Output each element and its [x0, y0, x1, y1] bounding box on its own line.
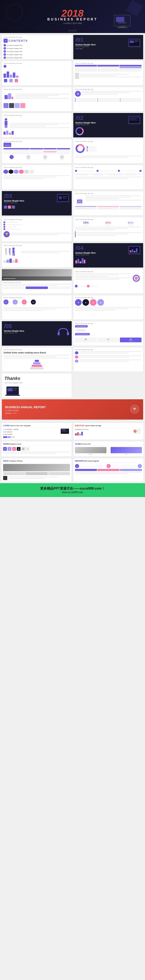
slide-12: Click to edit Master title style — [73, 165, 143, 189]
slide-6-content: ⚙ — [75, 91, 142, 97]
check-box-3 — [3, 226, 5, 228]
slide-14-text — [85, 196, 142, 205]
slide-16-inner: Click to edit Master title style 78% 65%… — [73, 217, 143, 242]
replace-icon-1: ★ — [3, 447, 7, 451]
contents-icon: ≡ — [3, 39, 8, 43]
svg-point-58 — [135, 277, 138, 280]
slide-26-inner: Click to edit Master title style — [73, 347, 143, 372]
slide-14-inner: Click to edit Master title style — [73, 191, 143, 215]
slide-9-table — [3, 148, 70, 154]
slide-7-label: Click to edit Master title style — [3, 115, 70, 116]
slide-5-3d-blocks — [3, 91, 14, 102]
instruction-how-to-title: 全局替换 How to Use This Template — [3, 425, 70, 428]
svg-rect-3 — [118, 22, 126, 23]
instruction-row-3: 替换照片 Replace Photos — [1, 458, 144, 482]
instruction-picture-fill-title: 填充颜色 Picture Fill — [75, 443, 142, 446]
svg-rect-9 — [134, 40, 139, 41]
slide-24-bubbles — [75, 325, 142, 337]
section-02-laptop — [127, 115, 142, 128]
svg-rect-11 — [127, 46, 141, 47]
slide-21-text — [3, 307, 70, 311]
slide-24: Click to edit Master title style — [73, 321, 143, 346]
check-box-2 — [3, 224, 5, 225]
check-box-4 — [3, 228, 5, 230]
slide-section-02: /02 Section Header Here Section Header H… — [73, 113, 143, 138]
svg-rect-31 — [63, 196, 67, 197]
slide-7-text — [10, 123, 70, 129]
slide-25-label: Click to edit Master title style — [3, 349, 70, 350]
slide-19-inner: Click to edit Master title style — [2, 280, 72, 294]
slide-section-04: /04 Section Header Here Section Header H… — [73, 243, 143, 268]
contents-item-4: 4 04 Section Header Here — [3, 53, 70, 56]
slide-thanks-inner: Thanks And Your Slogan Here — [2, 373, 72, 398]
section-01-laptop — [127, 38, 142, 51]
svg-rect-4 — [119, 26, 125, 27]
slide-24-stats: 01 02 03 — [75, 337, 142, 342]
slide-4-label: Click to edit Master title style — [75, 63, 142, 64]
slide-9-inner: Click to edit Master title style Text he… — [2, 139, 72, 164]
svg-rect-12 — [5, 95, 8, 99]
svg-rect-13 — [8, 93, 11, 99]
headphones-icon — [56, 325, 70, 339]
slide-25-lines — [3, 355, 70, 359]
instruction-steps: ① 点击右键菜单，选择替换 ② 输入替换内容 ③ 确认全局替换 — [3, 429, 60, 438]
slide-20-right-chart — [131, 273, 142, 284]
svg-rect-59 — [58, 332, 60, 335]
header-sub-label: 2018商务汇报PPT模板 — [47, 22, 98, 25]
slide-24-label: Click to edit Master title style — [75, 323, 142, 325]
svg-rect-40 — [6, 253, 7, 255]
header-year: 2018 — [47, 8, 98, 18]
instruction-row-2: 替换图标 Replace Icons ★ ♦ ● ▲ ⚙ ✓ 填 — [1, 441, 144, 457]
slide-11-inner: Click to edit Master title style — [2, 165, 72, 189]
check-item-4 — [3, 228, 70, 230]
slide-25: Click to edit Master title style Unified… — [2, 347, 72, 372]
instruction-how-to-content: ① 点击右键菜单，选择替换 ② 输入替换内容 ③ 确认全局替换 — [3, 429, 70, 438]
thanks-sub: And Your Slogan Here — [4, 382, 69, 384]
svg-rect-32 — [63, 197, 66, 198]
photo-info — [3, 476, 70, 480]
slide-16-label: Click to edit Master title style — [75, 219, 142, 220]
process-4: 04 — [31, 299, 36, 305]
slide-cta: BUSINESS ANNUAL REPORT 2018商务年度报告 — [2, 399, 143, 420]
slide-10-label: Click to edit Master title style — [75, 141, 142, 142]
svg-rect-44 — [10, 253, 11, 255]
instruction-replace-icons: 替换图标 Replace Icons ★ ♦ ● ▲ ⚙ ✓ — [1, 441, 72, 457]
instruction-smart-diagram: 编辑智能图 Edit Smart Diagram A B C — [73, 458, 144, 482]
slide-17-text — [21, 251, 70, 254]
replace-icon-2: ♦ — [8, 447, 11, 451]
contents-item-2: 2 02 Section Header Here — [3, 47, 70, 49]
instruction-fill-content: Before → After — [75, 447, 142, 455]
slide-24-inner: Click to edit Master title style — [73, 321, 143, 345]
instruction-icons-grid: ★ ♦ ● ▲ ⚙ ✓ — [3, 447, 70, 451]
instruction-sections: 全局替换 How to Use This Template ① 点击右键菜单，选… — [0, 422, 145, 483]
svg-rect-14 — [11, 97, 13, 99]
slide-21: Click to edit Master title style 01 02 0… — [2, 295, 72, 320]
slide-21-inner: Click to edit Master title style 01 02 0… — [2, 295, 72, 320]
node-2: B — [106, 464, 111, 468]
slide-section-05: /05 Section Header Here Section Header H… — [2, 321, 72, 346]
svg-rect-63 — [8, 388, 13, 391]
svg-rect-24 — [127, 124, 141, 124]
slide-4-inner: Click to edit Master title style — [73, 61, 143, 85]
process-1: 01 — [3, 299, 8, 305]
header-report-label: BUSINESS REPORT — [47, 18, 98, 21]
slide-4: Click to edit Master title style — [73, 61, 143, 86]
slide-15-text — [11, 233, 70, 236]
svg-rect-34 — [56, 202, 69, 202]
slide-5-inner: Click to edit Master title style — [2, 87, 72, 111]
slide-26: Click to edit Master title style — [73, 347, 143, 372]
check-item-1 — [3, 221, 70, 223]
circle-pink: ● — [90, 299, 97, 306]
contents-items: 1 01 Section Header Here 2 02 Section He… — [3, 44, 70, 59]
svg-rect-43 — [9, 253, 10, 255]
slide-22-inner: Click to edit Master title style ★ ♦ ● ▲ — [73, 295, 143, 320]
svg-rect-21 — [130, 118, 139, 118]
slide-15-inner: Click to edit Master title style — [2, 217, 72, 242]
svg-point-41 — [9, 248, 11, 250]
slide-26-content — [75, 351, 142, 363]
banner-sub-text: www.sucai999.com — [3, 491, 142, 494]
slide-17: Click to edit Master title style — [2, 243, 72, 268]
svg-rect-22 — [130, 119, 136, 119]
slide-17-inner: Click to edit Master title style — [2, 243, 72, 267]
slide-10: Click to edit Master title style — [73, 139, 143, 164]
